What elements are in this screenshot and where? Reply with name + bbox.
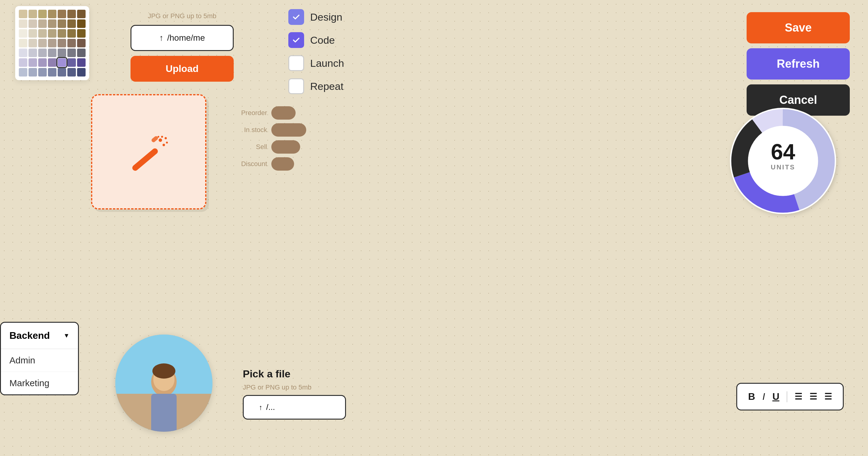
swatch-cell[interactable] xyxy=(29,10,37,18)
swatch-cell[interactable] xyxy=(48,49,57,57)
swatch-cell[interactable] xyxy=(67,49,76,57)
swatch-cell[interactable] xyxy=(19,49,27,57)
dropdown-arrow-icon: ▼ xyxy=(63,332,69,339)
checkbox-launch[interactable] xyxy=(288,55,304,71)
save-button[interactable]: Save xyxy=(747,12,850,43)
swatch-cell[interactable] xyxy=(48,29,57,38)
swatch-cell[interactable] xyxy=(77,68,86,77)
checkbox-launch-label: Launch xyxy=(310,57,344,69)
dropdown-item-marketing[interactable]: Marketing xyxy=(1,372,78,394)
swatch-cell[interactable] xyxy=(67,10,76,18)
bar-row-instock: In stock xyxy=(234,123,306,136)
swatch-cell[interactable] xyxy=(67,39,76,48)
upload-section: JPG or PNG up to 5mb ↑ /home/me Upload xyxy=(130,12,234,82)
file-path-value: /home/me xyxy=(167,33,205,43)
swatch-cell[interactable] xyxy=(58,68,66,77)
rte-italic-button[interactable]: I xyxy=(760,390,768,403)
check-icon xyxy=(292,13,301,21)
swatch-cell[interactable] xyxy=(48,39,57,48)
bar-label-discount: Discount xyxy=(234,160,267,168)
checkbox-design[interactable] xyxy=(288,9,304,25)
rte-underline-button[interactable]: U xyxy=(770,390,782,403)
swatch-cell[interactable] xyxy=(29,20,37,28)
swatch-cell[interactable] xyxy=(29,68,37,77)
bar-fill-instock xyxy=(271,123,306,136)
swatch-cell[interactable] xyxy=(38,68,47,77)
swatch-cell[interactable] xyxy=(67,68,76,77)
swatch-cell[interactable] xyxy=(77,39,86,48)
swatch-cell[interactable] xyxy=(38,29,47,38)
swatch-cell[interactable] xyxy=(38,49,47,57)
bar-row-sell: Sell xyxy=(234,140,306,154)
swatch-cell[interactable] xyxy=(19,68,27,77)
checkbox-item-launch: Launch xyxy=(288,55,344,71)
swatch-cell[interactable] xyxy=(58,58,66,67)
bar-label-preorder: Preorder xyxy=(234,109,267,117)
checkbox-repeat[interactable] xyxy=(288,78,304,94)
swatch-cell[interactable] xyxy=(77,49,86,57)
swatch-cell[interactable] xyxy=(29,39,37,48)
swatch-cell[interactable] xyxy=(19,10,27,18)
checkbox-code-label: Code xyxy=(310,34,335,46)
avatar xyxy=(115,335,212,432)
upload-button[interactable]: Upload xyxy=(130,56,234,82)
checkbox-item-design: Design xyxy=(288,9,344,25)
rte-align-left-button[interactable]: ☰ xyxy=(792,390,805,403)
svg-point-7 xyxy=(157,136,159,138)
rte-align-right-button[interactable]: ☰ xyxy=(822,390,834,403)
swatch-cell[interactable] xyxy=(19,20,27,28)
swatch-cell[interactable] xyxy=(38,39,47,48)
pick-file-title: Pick a file xyxy=(243,368,346,380)
swatch-cell[interactable] xyxy=(29,49,37,57)
checkbox-item-repeat: Repeat xyxy=(288,78,344,94)
rte-bold-button[interactable]: B xyxy=(746,390,757,403)
donut-chart: 64 UNITS xyxy=(722,100,844,222)
swatch-cell[interactable] xyxy=(77,10,86,18)
file-path-input[interactable]: ↑ /home/me xyxy=(130,25,234,51)
swatch-cell[interactable] xyxy=(48,58,57,67)
swatch-cell[interactable] xyxy=(58,10,66,18)
swatch-cell[interactable] xyxy=(77,29,86,38)
swatch-cell[interactable] xyxy=(48,68,57,77)
refresh-button[interactable]: Refresh xyxy=(747,48,850,80)
swatch-cell[interactable] xyxy=(58,20,66,28)
dropdown-selected: Backend xyxy=(9,330,50,341)
swatch-cell[interactable] xyxy=(29,58,37,67)
swatch-cell[interactable] xyxy=(58,49,66,57)
checkbox-code[interactable] xyxy=(288,32,304,48)
svg-rect-0 xyxy=(131,147,159,172)
donut-svg: 64 UNITS xyxy=(722,100,844,222)
color-swatch-grid xyxy=(15,6,89,80)
swatch-cell[interactable] xyxy=(58,39,66,48)
swatch-cell[interactable] xyxy=(67,20,76,28)
swatch-cell[interactable] xyxy=(38,10,47,18)
swatch-cell[interactable] xyxy=(38,20,47,28)
dropdown-item-admin[interactable]: Admin xyxy=(1,349,78,372)
swatch-cell[interactable] xyxy=(77,20,86,28)
dropdown-header[interactable]: Backend ▼ xyxy=(1,323,78,349)
swatch-cell[interactable] xyxy=(38,58,47,67)
swatch-cell[interactable] xyxy=(48,20,57,28)
check-icon xyxy=(292,36,301,44)
pick-file-input[interactable]: ↑ /... xyxy=(243,395,346,420)
swatch-cell[interactable] xyxy=(67,29,76,38)
svg-point-2 xyxy=(159,139,162,142)
bar-label-sell: Sell xyxy=(234,143,267,151)
swatch-cell[interactable] xyxy=(19,29,27,38)
rte-divider xyxy=(787,391,787,402)
swatch-cell[interactable] xyxy=(48,10,57,18)
magic-wand-card xyxy=(91,94,206,210)
bar-label-instock: In stock xyxy=(234,126,267,134)
rte-align-center-button[interactable]: ☰ xyxy=(807,390,819,403)
avatar-svg xyxy=(115,335,212,432)
swatch-cell[interactable] xyxy=(19,58,27,67)
swatch-cell[interactable] xyxy=(67,58,76,67)
swatch-cell[interactable] xyxy=(29,29,37,38)
pick-file-hint: JPG or PNG up to 5mb xyxy=(243,384,346,391)
bar-chart-section: Preorder In stock Sell Discount xyxy=(234,106,306,171)
svg-point-6 xyxy=(166,142,168,143)
swatch-cell[interactable] xyxy=(77,58,86,67)
swatch-cell[interactable] xyxy=(58,29,66,38)
svg-rect-17 xyxy=(151,394,177,432)
swatch-cell[interactable] xyxy=(19,39,27,48)
